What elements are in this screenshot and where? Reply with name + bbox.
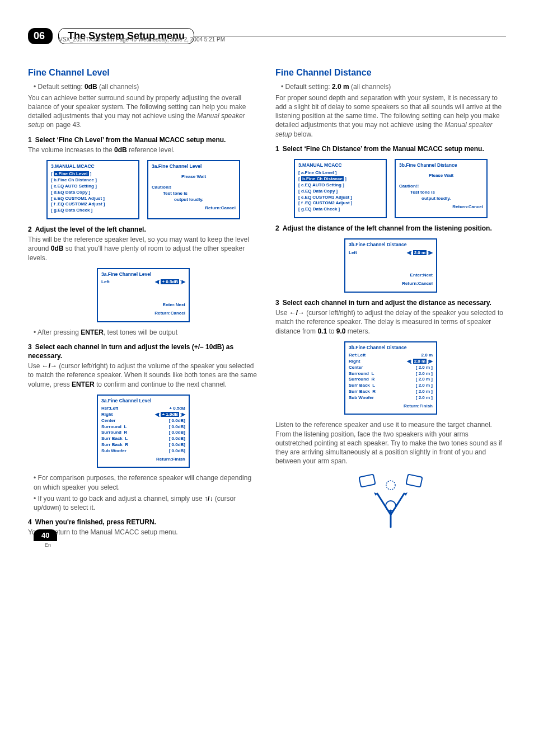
header-rule (193, 36, 506, 36)
step-3-text-r: Use ←/→ (cursor left/right) to adjust th… (275, 308, 506, 336)
goback-note: • If you want to go back and adjust a ch… (34, 494, 259, 512)
svg-point-2 (386, 481, 395, 490)
section-title-fine-channel-distance: Fine Channel Distance (275, 67, 506, 79)
step-2-r: 2Adjust the distance of the left channel… (275, 224, 506, 233)
after-enter-note: • After pressing ENTER, test tones will … (34, 328, 259, 337)
step-2: 2Adjust the level of the left channel. (28, 225, 259, 234)
screen-manual-mcacc-r: 3.MANUAL MCACC [ a.Fine Ch Level ] [ b.F… (294, 159, 387, 218)
right-column: Fine Channel Distance • Default setting:… (275, 67, 506, 541)
step-1-r: 1Select ‘Fine Ch Distance’ from the Manu… (275, 144, 506, 153)
running-head: VSX_2014TX.book.fm Page 40 Wednesday, Ju… (59, 36, 225, 43)
svg-rect-0 (359, 475, 375, 487)
screen-fine-ch-level-wait: 3a.Fine Channel Level Please Wait Cautio… (147, 160, 240, 219)
step-3-text: Use ←/→ (cursor left/right) to adjust th… (28, 361, 259, 389)
screen-left-level: 3a.Fine Channel Level Left◀[ + 0.5dB ]▶ … (97, 268, 190, 322)
step-2-text: This will be the reference speaker level… (28, 235, 259, 262)
page-lang: En (45, 542, 51, 548)
intro-paragraph-r: For proper sound depth and separation wi… (275, 93, 506, 139)
step-4: 4When you're finished, press RETURN. (28, 518, 259, 527)
chapter-number: 06 (28, 28, 53, 44)
step-4-text: You will return to the Manual MCACC setu… (28, 528, 259, 537)
left-column: Fine Channel Level • Default setting: 0d… (28, 67, 259, 541)
step-3: 3Select each channel in turn and adjust … (28, 342, 259, 360)
default-setting: • Default setting: 0dB (all channels) (34, 82, 259, 91)
screen-levels-list: 3a.Fine Channel Level Ref:Left+ 0.5dB Ri… (97, 395, 190, 468)
screen-manual-mcacc: 3.MANUAL MCACC [ a.Fine Ch Level ] [ b.F… (46, 160, 139, 219)
screen-dist-list: 3b.Fine Channel Distance Ref:Left2.0 m R… (344, 341, 437, 415)
arm-span-illustration (275, 471, 506, 535)
value: 0dB (85, 83, 97, 91)
comparison-note: • For comparison purposes, the reference… (34, 473, 259, 491)
svg-rect-1 (406, 475, 422, 487)
intro-paragraph: You can achieve better surround sound by… (28, 93, 259, 130)
screen-fine-ch-dist-wait: 3b.Fine Channel Distance Please Wait Cau… (395, 159, 488, 218)
default-setting-r: • Default setting: 2.0 m (all channels) (281, 82, 506, 91)
screen-left-dist: 3b.Fine Channel Distance Left◀[ 2.0 m ]▶… (344, 238, 437, 293)
step-1-text: The volume increases to the 0dB referenc… (28, 145, 259, 154)
section-title-fine-channel-level: Fine Channel Level (28, 67, 259, 79)
label: Default setting: (38, 83, 85, 91)
listen-paragraph: Listen to the reference speaker and use … (275, 420, 506, 466)
step-3-r: 3Select each channel in turn and adjust … (275, 298, 506, 307)
suffix: (all channels) (97, 83, 139, 91)
page-number: 40 (34, 529, 57, 541)
step-1: 1Select ‘Fine Ch Level’ from the Manual … (28, 135, 259, 144)
